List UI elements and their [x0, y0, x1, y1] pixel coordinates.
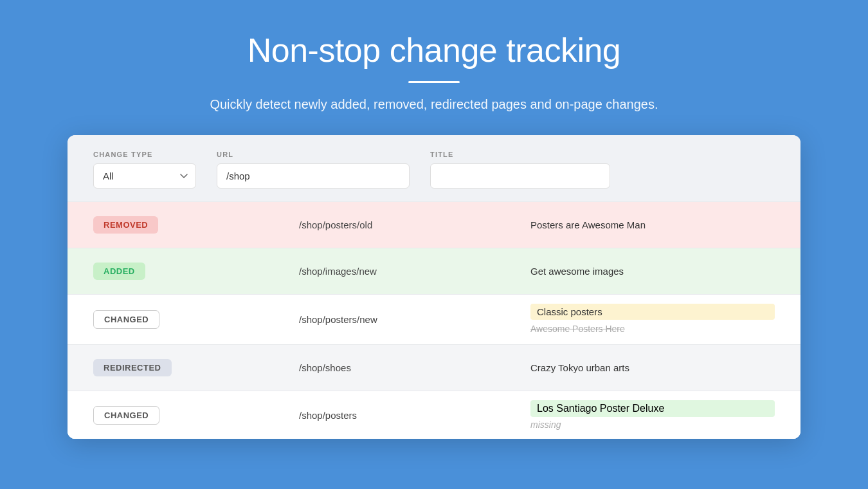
title-label: TITLE: [430, 151, 610, 158]
title-current: Get awesome images: [530, 266, 775, 277]
change-type-label: CHANGE TYPE: [93, 151, 196, 158]
title-cell: Crazy Tokyo urban arts: [530, 353, 775, 382]
title-previous: Awesome Posters Here: [530, 322, 775, 335]
status-badge: CHANGED: [93, 406, 159, 425]
title-missing: missing: [530, 420, 775, 430]
badge-cell: CHANGED: [93, 310, 286, 329]
url-cell: /shop/posters/new: [286, 314, 530, 325]
url-filter: URL: [217, 151, 410, 189]
table-row: CHANGED /shop/posters Los Santiago Poste…: [68, 391, 800, 439]
page-title: Non-stop change tracking: [13, 31, 855, 69]
url-cell: /shop/shoes: [286, 362, 530, 373]
main-panel: CHANGE TYPE All Added Removed Changed Re…: [68, 135, 800, 439]
table-row: REDIRECTED /shop/shoes Crazy Tokyo urban…: [68, 344, 800, 391]
title-current: Los Santiago Poster Deluxe: [530, 400, 775, 417]
title-cell: Get awesome images: [530, 257, 775, 286]
change-type-filter: CHANGE TYPE All Added Removed Changed Re…: [93, 151, 196, 189]
status-badge: CHANGED: [93, 310, 159, 329]
badge-cell: REDIRECTED: [93, 359, 286, 376]
title-cell: Posters are Awesome Man: [530, 210, 775, 239]
hero-section: Non-stop change tracking Quickly detect …: [0, 0, 868, 135]
status-badge: REMOVED: [93, 216, 158, 234]
status-badge: REDIRECTED: [93, 359, 172, 376]
url-cell: /shop/posters/old: [286, 219, 530, 230]
url-cell: /shop/images/new: [286, 266, 530, 277]
badge-cell: ADDED: [93, 263, 286, 280]
table-row: ADDED /shop/images/new Get awesome image…: [68, 248, 800, 294]
url-cell: /shop/posters: [286, 410, 530, 421]
title-current: Crazy Tokyo urban arts: [530, 362, 775, 373]
page-subtitle: Quickly detect newly added, removed, red…: [13, 97, 855, 112]
title-current: Posters are Awesome Man: [530, 219, 775, 230]
url-input[interactable]: [217, 163, 410, 189]
badge-cell: CHANGED: [93, 406, 286, 425]
title-filter: TITLE: [430, 151, 610, 189]
status-badge: ADDED: [93, 263, 145, 280]
filters-bar: CHANGE TYPE All Added Removed Changed Re…: [68, 135, 800, 201]
url-label: URL: [217, 151, 410, 158]
change-type-select[interactable]: All Added Removed Changed Redirected: [93, 163, 196, 189]
results-table: REMOVED /shop/posters/old Posters are Aw…: [68, 201, 800, 439]
title-cell: Classic posters Awesome Posters Here: [530, 295, 775, 344]
title-input[interactable]: [430, 163, 610, 189]
title-cell: Los Santiago Poster Deluxe missing: [530, 391, 775, 439]
badge-cell: REMOVED: [93, 216, 286, 234]
title-current: Classic posters: [530, 304, 775, 320]
table-row: CHANGED /shop/posters/new Classic poster…: [68, 294, 800, 344]
table-row: REMOVED /shop/posters/old Posters are Aw…: [68, 201, 800, 248]
title-divider: [408, 81, 460, 83]
